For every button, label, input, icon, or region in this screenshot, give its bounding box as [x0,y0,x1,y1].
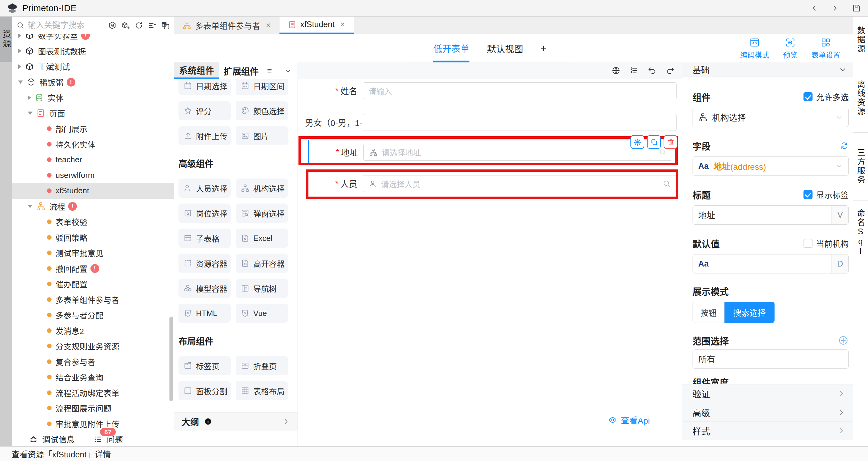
rail-tab[interactable]: 命名Sql [853,201,868,265]
tree-item[interactable]: 测试审批意见 [12,245,174,261]
palette-item[interactable]: 图片 [236,126,288,145]
file-tab[interactable]: xfStudent× [279,17,354,34]
tree-item[interactable]: 实体 [12,90,174,105]
palette-item[interactable]: 附件上传 [179,126,230,145]
palette-item[interactable]: 机构选择 [236,179,288,198]
translate-button[interactable]: En [161,21,170,30]
inspector-section[interactable]: 验证 [682,384,853,403]
palette-item[interactable]: 弹窗选择 [236,204,288,223]
close-icon[interactable]: × [340,20,345,29]
palette-item[interactable]: 5HTML [179,304,230,323]
save-icon[interactable] [852,3,861,13]
tree-expand-arrow[interactable] [28,95,31,100]
variable-suffix-button[interactable]: V [832,206,848,224]
form-field-name[interactable]: *姓名请输入 [298,82,677,99]
undo-icon[interactable] [648,66,657,75]
file-tab[interactable]: 多表单组件参与者× [174,17,279,34]
palette-item[interactable]: 导航树 [236,279,288,298]
settings-button[interactable] [630,135,644,149]
tree-item[interactable]: 多参与者分配 [12,307,174,323]
tree-item[interactable]: 数字实验室! [12,34,174,43]
mode-button-option[interactable]: 按钮 [692,302,724,323]
rail-tab-resources[interactable]: 资源 [0,17,12,62]
range-input[interactable]: 所有 [692,349,849,369]
rail-tab[interactable]: 三方服务 [853,133,868,201]
checkbox-unchecked[interactable] [804,239,812,248]
sort-button[interactable] [148,21,156,30]
palette-tab-system[interactable]: 系统组件 [174,62,219,79]
code-mode-button[interactable]: 编码模式 [740,37,769,60]
tree-item[interactable]: userwlform [12,167,174,183]
title-input[interactable]: 地址 V [692,205,849,225]
copy-button[interactable] [647,135,661,149]
palette-item[interactable]: 资源容器 [179,253,230,273]
field-input[interactable] [363,114,677,131]
sync-icon[interactable] [840,141,849,150]
tree-item[interactable]: 结合业务查询 [12,369,174,385]
add-range-icon[interactable] [838,335,849,346]
box-add-button[interactable] [121,21,130,30]
ai-button[interactable]: AI [108,21,117,30]
debug-info-button[interactable]: 调试信息 [29,433,75,445]
dynamic-suffix-button[interactable]: D [832,254,848,273]
checkbox-checked[interactable] [804,190,812,199]
palette-item[interactable]: 日期选择 [179,79,230,95]
inspector-section-basic[interactable]: 基础 [682,62,853,77]
close-icon[interactable]: × [266,21,271,30]
palette-item[interactable]: 日期区间 [236,79,288,95]
palette-item[interactable]: Excel [236,228,288,248]
form-field-address-selected[interactable]: *地址请选择地址 [308,140,677,165]
tree-item[interactable]: 审批意见附件上传 [12,416,174,432]
palette-item[interactable]: 子表格 [179,228,230,248]
field-input[interactable]: 请选择人员 [363,175,677,192]
tree-item[interactable]: teacher [12,152,174,167]
palette-item[interactable]: 岗位选择 [179,204,230,223]
inspector-section[interactable]: 高级 [682,403,853,422]
tree-item[interactable]: 流程图展示问题 [12,400,174,416]
redo-icon[interactable] [666,66,675,75]
field-select[interactable]: Aa 地址(address) [692,156,849,176]
current-org-checkbox[interactable]: 当前机构 [804,238,849,249]
refresh-button[interactable] [134,21,143,30]
tree-item[interactable]: 复合参与者 [12,354,174,370]
tree-collapse-arrow[interactable] [28,205,33,208]
chevron-right-icon[interactable] [282,417,290,426]
rail-tab[interactable]: 离线资源 [853,63,868,133]
component-select[interactable]: 机构选择 [692,107,849,127]
palette-item[interactable]: VVue [236,304,288,323]
globe-icon[interactable] [612,66,620,75]
tree-collapse-arrow[interactable] [18,81,23,84]
form-field-person[interactable]: *人员请选择人员 [298,175,677,192]
tree-item[interactable]: 部门展示 [12,121,174,136]
mode-search-select-option[interactable]: 搜索选择 [724,302,775,323]
palette-item[interactable]: 折叠页 [236,356,288,375]
form-field-gender[interactable]: 男女（0-男，1-女 [298,114,677,131]
tree-item[interactable]: xfStudent [12,183,174,199]
tree-expand-arrow[interactable] [18,49,22,53]
tree-item[interactable]: 流程活动绑定表单 [12,385,174,401]
palette-scroll[interactable]: 日期选择日期区间评分颜色选择附件上传图片高级组件人员选择机构选择岗位选择弹窗选择… [174,79,298,446]
form-design-area[interactable]: *姓名请输入男女（0-男，1-女*地址请选择地址*人员请选择人员查看Api [298,79,682,446]
tree-item[interactable]: 流程! [12,199,174,214]
checkbox-checked[interactable] [804,92,812,101]
tree-item[interactable]: 多表单组件参与者 [12,292,174,308]
field-input[interactable]: 请输入 [363,82,677,99]
tree-item[interactable]: 催办配置 [12,276,174,292]
tree-collapse-arrow[interactable] [28,112,33,115]
tree-item[interactable]: 驳回策略 [12,230,174,245]
delete-button[interactable] [663,135,678,149]
form-settings-button[interactable]: 表单设置 [811,37,840,60]
add-view-button[interactable]: + [540,34,547,62]
palette-item[interactable]: 人员选择 [179,179,230,198]
tree-item[interactable]: 页面 [12,105,174,121]
tree-expand-arrow[interactable] [18,64,22,69]
tree-item[interactable]: 图表测试数据 [12,43,174,59]
tree-expand-arrow[interactable] [18,34,22,38]
tree-item[interactable]: 王斌测试 [12,59,174,74]
view-api-link[interactable]: 查看Api [608,414,650,426]
nav-back-icon[interactable] [809,4,818,13]
palette-item[interactable]: 面板分割 [179,381,230,400]
multi-select-checkbox[interactable]: 允许多选 [804,91,849,103]
field-input[interactable]: 请选择地址 [363,144,672,161]
palette-item[interactable]: 颜色选择 [236,101,288,120]
